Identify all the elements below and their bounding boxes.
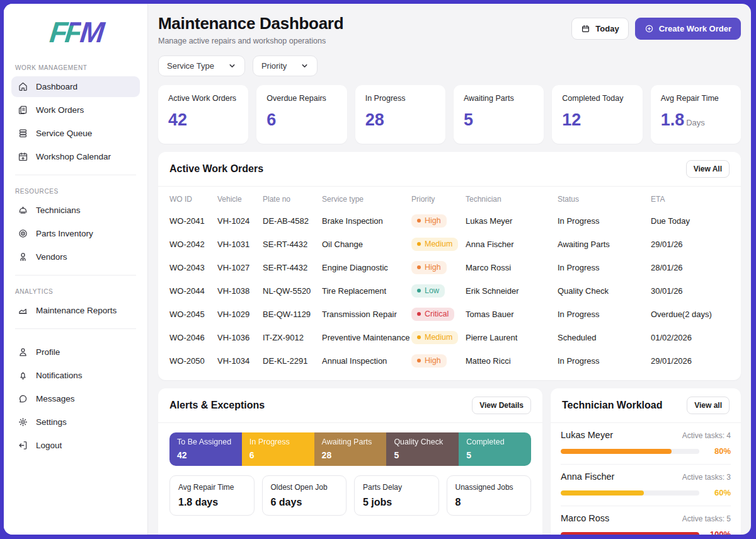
status-segment[interactable]: To Be Assigned 42: [169, 432, 242, 466]
stat-card: Completed Today 12: [552, 85, 642, 144]
sidebar-item-vendors[interactable]: Vendors: [11, 246, 140, 267]
cell-plate: IT-ZX-9012: [263, 333, 322, 342]
sidebar-item-profile[interactable]: Profile: [11, 342, 140, 362]
section-label-resources: RESOURCES: [4, 182, 147, 199]
divider: [15, 328, 136, 329]
technician-workload-card: Technician Workload View all Lukas Meyer…: [551, 388, 741, 535]
cell-technician: Lukas Meyer: [466, 216, 558, 226]
cell-plate: DE-KL-2291: [263, 356, 322, 366]
sidebar-item-label: Vendors: [36, 252, 67, 262]
priority-dot-icon: [417, 242, 421, 246]
col-header-plate: Plate no: [263, 195, 322, 204]
table-row[interactable]: WO-2046 VH-1036 IT-ZX-9012 Preventive Ma…: [169, 326, 730, 349]
col-header-service-type: Service type: [322, 195, 411, 204]
sidebar-item-dashboard[interactable]: Dashboard: [11, 76, 140, 97]
view-details-button[interactable]: View Details: [472, 397, 531, 414]
technician-active-tasks: Active tasks: 4: [682, 431, 731, 440]
priority-badge: High: [411, 214, 447, 228]
work-orders-title: Active Work Orders: [169, 163, 263, 175]
cell-eta: 01/02/2026: [651, 333, 730, 342]
table-row[interactable]: WO-2045 VH-1029 BE-QW-1129 Transmission …: [169, 303, 730, 326]
sidebar-item-label: Technicians: [36, 206, 81, 215]
work-orders-icon: [18, 105, 28, 115]
section-label-analytics: ANALYTICS: [4, 282, 147, 299]
mini-card-label: Unassigned Jobs: [455, 483, 523, 492]
sidebar-item-label: Maintenance Reports: [36, 306, 117, 315]
status-segment[interactable]: Completed 5: [459, 432, 531, 466]
create-work-order-button[interactable]: Create Work Order: [635, 18, 741, 40]
cell-wo-id: WO-2041: [169, 216, 217, 226]
sidebar-item-messages[interactable]: Messages: [11, 388, 140, 409]
priority-filter-label: Priority: [261, 61, 287, 71]
app-window: FFM WORK MANAGEMENT Dashboard Work Order…: [4, 4, 751, 535]
sidebar-item-parts-inventory[interactable]: Parts Inventory: [11, 223, 140, 244]
page-title: Maintenance Dashboard: [158, 14, 343, 33]
sidebar-item-label: Logout: [36, 441, 62, 450]
priority-badge: Medium: [411, 238, 458, 251]
segment-label: Quality Check: [394, 438, 451, 446]
hard-hat-icon: [18, 205, 28, 216]
sidebar-item-workshop-calendar[interactable]: Workshop Calendar: [11, 146, 140, 167]
status-segment[interactable]: Awaiting Parts 28: [314, 432, 387, 466]
status-segment[interactable]: Quality Check 5: [386, 432, 459, 466]
priority-dot-icon: [417, 265, 421, 269]
cell-eta: 30/01/26: [651, 286, 730, 296]
sidebar-item-logout[interactable]: Logout: [11, 435, 140, 456]
cell-wo-id: WO-2045: [169, 310, 217, 319]
view-all-work-orders-button[interactable]: View All: [686, 160, 730, 178]
alert-mini-card: Parts Delay 5 jobs: [354, 475, 439, 516]
segment-label: Awaiting Parts: [322, 438, 379, 446]
cell-status: Quality Check: [558, 286, 651, 296]
work-orders-table: WO ID Vehicle Plate no Service type Prio…: [158, 187, 741, 380]
alerts-exceptions-card: Alerts & Exceptions View Details To Be A…: [158, 388, 542, 535]
workload-progress-fill: [561, 449, 672, 454]
table-row[interactable]: WO-2044 VH-1038 NL-QW-5520 Tire Replacem…: [169, 279, 730, 303]
calendar-icon: [581, 24, 590, 33]
technician-row: Anna Fischer Active tasks: 3 60%: [561, 465, 731, 506]
sidebar-item-maintenance-reports[interactable]: Maintenance Reports: [11, 300, 140, 321]
table-row[interactable]: WO-2041 VH-1024 DE-AB-4582 Brake Inspect…: [169, 209, 730, 233]
workload-progress-fill: [561, 490, 644, 496]
cell-wo-id: WO-2050: [169, 356, 217, 366]
sidebar: FFM WORK MANAGEMENT Dashboard Work Order…: [4, 4, 148, 535]
cell-wo-id: WO-2043: [169, 263, 217, 272]
cell-service: Preventive Maintenance: [322, 333, 411, 342]
cell-eta: Overdue(2 days): [651, 310, 730, 319]
sidebar-item-technicians[interactable]: Technicians: [11, 200, 140, 221]
page-subtitle: Manage active repairs and workshop opera…: [158, 37, 343, 45]
cell-plate: DE-AB-4582: [263, 216, 322, 226]
stat-label: In Progress: [365, 94, 435, 103]
priority-dot-icon: [417, 359, 421, 362]
sidebar-item-settings[interactable]: Settings: [11, 412, 140, 432]
sidebar-item-label: Work Orders: [36, 105, 84, 115]
mini-card-value: 8: [455, 497, 523, 508]
stat-card: In Progress 28: [355, 85, 445, 144]
status-segment[interactable]: In Progress 6: [242, 432, 314, 466]
cell-status: In Progress: [558, 216, 651, 226]
table-row[interactable]: WO-2050 VH-1034 DE-KL-2291 Annual Inspec…: [169, 349, 730, 373]
cell-wo-id: WO-2044: [169, 286, 217, 296]
mini-card-label: Parts Delay: [363, 483, 430, 492]
sidebar-item-service-queue[interactable]: Service Queue: [11, 123, 140, 144]
stat-value: 5: [464, 110, 534, 130]
cell-priority: Low: [411, 284, 466, 298]
sidebar-item-notifications[interactable]: Notifications: [11, 365, 140, 386]
today-button[interactable]: Today: [571, 18, 628, 40]
sidebar-item-work-orders[interactable]: Work Orders: [11, 100, 140, 120]
segment-label: Completed: [466, 438, 524, 446]
cell-plate: SE-RT-4432: [263, 240, 322, 249]
calendar-icon: [18, 151, 28, 162]
table-row[interactable]: WO-2043 VH-1027 SE-RT-4432 Engine Diagno…: [169, 256, 730, 279]
table-row[interactable]: WO-2042 VH-1031 SE-RT-4432 Oil Change Me…: [169, 233, 730, 256]
cell-priority: Medium: [411, 238, 466, 251]
cell-priority: Critical: [411, 308, 466, 321]
cell-priority: Medium: [411, 331, 466, 344]
priority-filter[interactable]: Priority: [253, 55, 318, 76]
service-type-filter[interactable]: Service Type: [158, 55, 245, 76]
cell-vehicle: VH-1031: [217, 240, 263, 249]
priority-dot-icon: [417, 335, 421, 339]
cell-plate: NL-QW-5520: [263, 286, 322, 296]
view-all-technicians-button[interactable]: View all: [687, 397, 730, 414]
stat-card: Awaiting Parts 5: [454, 85, 544, 144]
col-header-technician: Technician: [466, 195, 558, 204]
